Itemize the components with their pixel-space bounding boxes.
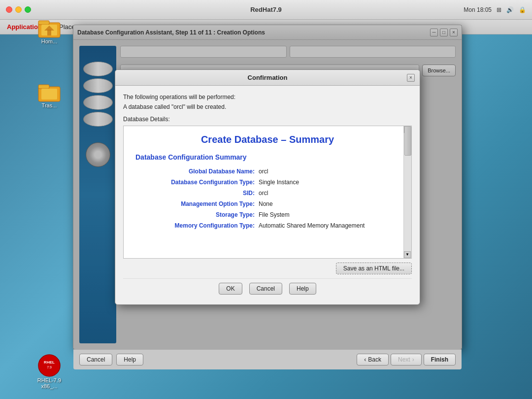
back-arrow-icon: ‹ xyxy=(364,356,366,363)
close-dot[interactable] xyxy=(6,6,12,13)
svg-rect-4 xyxy=(47,30,51,35)
minimize-dot[interactable] xyxy=(15,6,22,13)
svg-rect-1 xyxy=(38,21,49,25)
summary-row-4: Storage Type: File System xyxy=(135,211,399,218)
desc-line2: A database called "orcl" will be created… xyxy=(123,102,412,112)
value-global-db-name: orcl xyxy=(259,168,268,175)
rhel-icon-label: RHEL-7.9 xyxy=(37,377,61,383)
desktop: RedHat7.9 Mon 18:05 ⊞ 🔊 🔒 Applications P… xyxy=(0,0,532,399)
trash-svg xyxy=(37,79,61,102)
value-storage-type: File System xyxy=(259,211,290,218)
save-html-button[interactable]: Save as an HTML file... xyxy=(336,263,412,274)
maximize-dot[interactable] xyxy=(25,6,31,13)
label-config-type: Database Configuration Type: xyxy=(135,179,259,186)
rhel-arch-label: x86_... xyxy=(41,383,57,389)
modal-body: The following operations will be perform… xyxy=(115,86,420,304)
value-management: None xyxy=(259,200,273,207)
modal-summary-area: Create Database – Summary Database Confi… xyxy=(123,126,412,259)
cancel-modal-button[interactable]: Cancel xyxy=(249,283,282,295)
summary-row-0: Global Database Name: orcl xyxy=(135,168,399,175)
label-storage-type: Storage Type: xyxy=(135,211,259,218)
ok-button[interactable]: OK xyxy=(219,283,242,295)
modal-footer: OK Cancel Help xyxy=(123,278,412,300)
help-main-button[interactable]: Help xyxy=(116,354,143,366)
svg-text:7.9: 7.9 xyxy=(47,366,52,369)
summary-row-3: Management Option Type: None xyxy=(135,200,399,207)
mac-titlebar: RedHat7.9 Mon 18:05 ⊞ 🔊 🔒 xyxy=(0,0,532,20)
window-title: RedHat7.9 xyxy=(250,6,282,13)
main-window: Database Configuration Assistant, Step 1… xyxy=(73,25,462,350)
back-button[interactable]: ‹ Back xyxy=(357,354,389,366)
modal-description: The following operations will be perform… xyxy=(123,93,412,111)
svg-rect-7 xyxy=(41,89,57,100)
back-label: Back xyxy=(368,356,381,363)
value-sid: orcl xyxy=(259,190,268,197)
label-management: Management Option Type: xyxy=(135,200,259,207)
scrollbar-track[interactable]: ▲ ▼ xyxy=(403,126,411,258)
menubar-right: Mon 18:05 ⊞ 🔊 🔒 xyxy=(464,6,526,13)
value-config-type: Single Instance xyxy=(259,179,299,186)
next-label: Next xyxy=(398,356,410,363)
help-modal-button[interactable]: Help xyxy=(289,283,316,295)
modal-title: Confirmation xyxy=(248,74,288,81)
rhel-icon[interactable]: RHEL 7.9 RHEL-7.9 x86_... xyxy=(30,354,69,389)
network-icon: ⊞ xyxy=(497,6,501,13)
modal-summary-content: Create Database – Summary Database Confi… xyxy=(124,126,411,241)
summary-title: Create Database – Summary xyxy=(135,134,399,145)
footer-left-buttons: Cancel Help xyxy=(79,354,143,366)
modal-save-row: Save as an HTML file... xyxy=(123,263,412,274)
value-memory-config: Automatic Shared Memory Management xyxy=(259,222,365,229)
desc-line1: The following operations will be perform… xyxy=(123,93,412,102)
scroll-down-arrow[interactable]: ▼ xyxy=(404,251,411,258)
label-sid: SID: xyxy=(135,190,259,197)
summary-row-5: Memory Configuration Type: Automatic Sha… xyxy=(135,222,399,229)
cancel-main-button[interactable]: Cancel xyxy=(79,354,112,366)
next-button[interactable]: Next › xyxy=(391,354,422,366)
mac-dots-group xyxy=(6,6,31,13)
modal-db-details-label: Database Details: xyxy=(123,116,412,123)
clock: Mon 18:05 xyxy=(464,6,492,13)
modal-overlay: Confirmation × The following operations … xyxy=(73,25,462,349)
summary-section-title: Database Configuration Summary xyxy=(135,153,399,161)
summary-row-2: SID: orcl xyxy=(135,190,399,197)
svg-text:RHEL: RHEL xyxy=(44,360,55,365)
home-icon-label: Hom... xyxy=(41,38,57,44)
finish-button[interactable]: Finish xyxy=(424,354,456,366)
next-arrow-icon: › xyxy=(412,356,414,363)
modal-titlebar: Confirmation × xyxy=(115,70,420,86)
confirmation-modal: Confirmation × The following operations … xyxy=(115,69,420,304)
modal-close-button[interactable]: × xyxy=(407,74,415,82)
summary-row-1: Database Configuration Type: Single Inst… xyxy=(135,179,399,186)
main-window-footer: Cancel Help ‹ Back Next › Finish xyxy=(73,349,462,369)
footer-right-buttons: ‹ Back Next › Finish xyxy=(357,354,456,366)
label-memory-config: Memory Configuration Type: xyxy=(135,222,259,229)
lock-icon: 🔒 xyxy=(519,6,526,13)
trash-folder-icon[interactable]: Tras... xyxy=(30,79,69,108)
svg-rect-6 xyxy=(38,85,49,89)
label-global-db-name: Global Database Name: xyxy=(135,168,259,175)
volume-icon: 🔊 xyxy=(506,6,514,13)
rhel-svg: RHEL 7.9 xyxy=(37,354,61,377)
scroll-thumb[interactable] xyxy=(404,126,411,156)
trash-icon-label: Tras... xyxy=(42,102,57,108)
